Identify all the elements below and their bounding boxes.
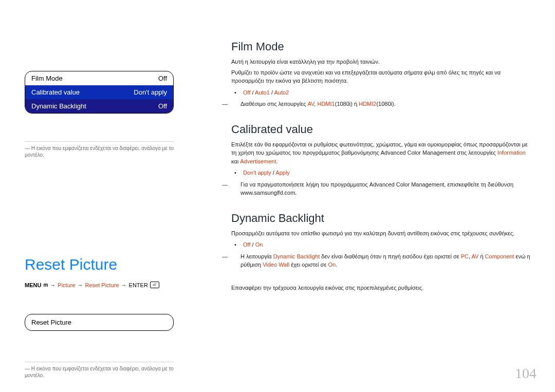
- left-disclaimer-1: ― Η εικόνα που εμφανίζεται ενδέχεται να …: [25, 141, 174, 158]
- option-apply: Apply: [275, 170, 290, 176]
- note-av: AV: [308, 101, 314, 107]
- reset-right-p1: Επαναφέρει την τρέχουσα λειτουργία εικόν…: [231, 284, 534, 292]
- film-mode-p1: Αυτή η λειτουργία είναι κατάλληλη για τη…: [231, 58, 534, 66]
- option-off: Off: [243, 241, 250, 248]
- note-t3: ή: [353, 101, 359, 107]
- note-hdmi2s: (1080i).: [376, 101, 395, 107]
- right-column: Film Mode Αυτή η λειτουργία είναι κατάλλ…: [231, 40, 534, 306]
- arrow-icon: →: [78, 282, 83, 288]
- option-auto2: Auto2: [274, 89, 289, 96]
- menu-row-calibrated-value[interactable]: Calibrated value Don't apply: [25, 85, 173, 99]
- breadcrumb: MENU m → Picture → Reset Picture → ENTER…: [25, 282, 174, 288]
- section-film-mode: Film Mode Αυτή η λειτουργία είναι κατάλλ…: [231, 40, 534, 108]
- menu-row-dynamic-backlight[interactable]: Dynamic Backlight Off: [25, 99, 173, 113]
- breadcrumb-menu-label: MENU: [25, 282, 41, 288]
- film-mode-heading: Film Mode: [231, 40, 534, 53]
- calibrated-advert: Advertisement: [240, 158, 276, 164]
- note-dash: ―: [231, 252, 240, 261]
- dynamic-backlight-options: Off / On: [242, 240, 534, 249]
- note-hdmi2: HDMI2: [359, 101, 376, 107]
- disclaimer-dash: ―: [25, 145, 31, 151]
- menu-row-value: Don't apply: [134, 88, 167, 96]
- slash: /: [251, 89, 255, 96]
- note-dash: ―: [231, 100, 240, 108]
- disclaimer-text: Η εικόνα που εμφανίζεται ενδέχεται να δι…: [25, 366, 174, 378]
- dynamic-backlight-p1: Προσαρμόζει αυτόματα τον οπίσθιο φωτισμό…: [231, 229, 534, 238]
- disclaimer-text: Η εικόνα που εμφανίζεται ενδέχεται να δι…: [25, 145, 174, 158]
- note-hdmi1s: (1080i): [335, 101, 353, 107]
- note-t1: Η λειτουργία: [240, 253, 273, 259]
- option-dont-apply: Don't apply: [243, 170, 271, 176]
- note-on: On: [328, 262, 336, 268]
- calibrated-dot: .: [276, 158, 278, 164]
- section-calibrated-value: Calibrated value Επιλέξτε εάν θα εφαρμόζ…: [231, 123, 534, 197]
- film-mode-p2: Ρυθμίζει το προϊόν ώστε να ανιχνεύει και…: [231, 68, 534, 85]
- note-dot: .: [336, 262, 337, 268]
- note-component: Component: [485, 253, 514, 259]
- dynamic-backlight-heading: Dynamic Backlight: [231, 212, 534, 225]
- note-t5: έχει οριστεί σε: [289, 262, 328, 268]
- arrow-icon: →: [50, 282, 55, 288]
- menu-row-value: Off: [158, 102, 167, 110]
- reset-picture-box-label: Reset Picture: [31, 319, 71, 326]
- menu-icon: m: [43, 282, 48, 288]
- reset-picture-heading: Reset Picture: [25, 256, 174, 273]
- section-reset-right: Επαναφέρει την τρέχουσα λειτουργία εικόν…: [231, 284, 534, 292]
- disclaimer-dash: ―: [25, 366, 31, 371]
- arrow-icon: →: [121, 282, 127, 288]
- calibrated-heading: Calibrated value: [231, 123, 534, 136]
- calibrated-p1b: στις λειτουργίες: [455, 150, 497, 156]
- left-column: Film Mode Off Calibrated value Don't app…: [25, 71, 174, 379]
- note-av: AV: [472, 253, 479, 259]
- note-db: Dynamic Backlight: [273, 253, 320, 259]
- note-t1: Διαθέσιμο στις λειτουργίες: [240, 101, 308, 107]
- breadcrumb-reset-picture: Reset Picture: [85, 282, 119, 288]
- enter-icon: ⏎: [150, 282, 159, 288]
- note-vw: Video Wall: [263, 262, 289, 268]
- film-mode-options: Off / Auto1 / Auto2: [242, 88, 534, 97]
- note-dash: ―: [231, 180, 240, 189]
- note-t3: ή: [478, 253, 485, 259]
- note-t1: Για να πραγματοποιήσετε λήψη του προγράμ…: [240, 181, 513, 196]
- section-dynamic-backlight: Dynamic Backlight Προσαρμόζει αυτόματα τ…: [231, 212, 534, 269]
- calibrated-note: ―Για να πραγματοποιήσετε λήψη του προγρά…: [240, 180, 534, 197]
- dynamic-backlight-note: ―Η λειτουργία Dynamic Backlight δεν είνα…: [240, 252, 534, 269]
- option-on: On: [255, 241, 263, 248]
- menu-row-value: Off: [158, 74, 167, 82]
- reset-picture-box[interactable]: Reset Picture: [25, 314, 174, 331]
- note-pc: PC: [461, 253, 469, 259]
- film-mode-note: ―Διαθέσιμο στις λειτουργίες AV, HDMI1(10…: [240, 100, 534, 108]
- calibrated-options: Don't apply / Apply: [242, 169, 534, 177]
- calibrated-and: και: [231, 158, 240, 164]
- menu-box: Film Mode Off Calibrated value Don't app…: [25, 71, 174, 114]
- breadcrumb-picture: Picture: [58, 282, 75, 288]
- menu-row-label: Dynamic Backlight: [31, 102, 86, 110]
- left-disclaimer-2: ― Η εικόνα που εμφανίζεται ενδέχεται να …: [25, 362, 174, 379]
- option-off: Off: [243, 89, 250, 96]
- page-number: 104: [515, 365, 536, 382]
- note-t2: δεν είναι διαθέσιμη όταν η πηγή εισόδου …: [320, 253, 460, 259]
- menu-row-film-mode[interactable]: Film Mode Off: [25, 71, 173, 85]
- breadcrumb-enter-label: ENTER: [129, 282, 148, 288]
- menu-row-label: Calibrated value: [31, 88, 80, 96]
- note-hdmi1: HDMI1: [317, 101, 335, 107]
- calibrated-info: Information: [497, 150, 526, 156]
- calibrated-p1: Επιλέξτε εάν θα εφαρμόζονται οι ρυθμίσει…: [231, 140, 534, 166]
- calibrated-acm: Advanced Color Management: [381, 150, 456, 156]
- slash: /: [251, 241, 255, 248]
- option-auto1: Auto1: [255, 89, 270, 96]
- page: Film Mode Off Calibrated value Don't app…: [0, 0, 555, 392]
- menu-row-label: Film Mode: [31, 74, 63, 82]
